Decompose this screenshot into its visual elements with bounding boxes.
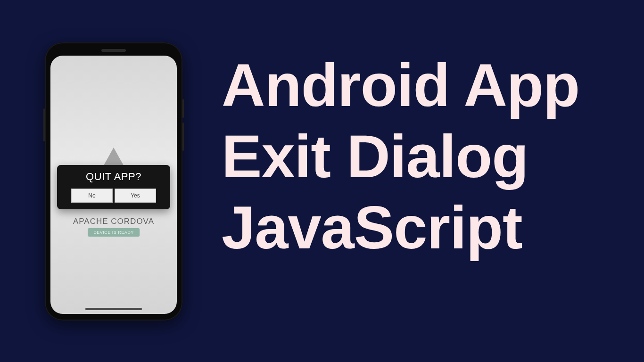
exit-dialog: QUIT APP? No Yes (57, 165, 170, 209)
yes-button[interactable]: Yes (115, 189, 156, 203)
no-button[interactable]: No (71, 189, 113, 203)
status-badge: DEVICE IS READY (88, 228, 140, 237)
phone-speaker (101, 49, 126, 52)
headline-line-1: Android App (222, 49, 579, 121)
framework-label: APACHE CORDOVA (50, 217, 177, 226)
phone-side-button (182, 99, 184, 118)
dialog-button-row: No Yes (64, 189, 164, 203)
headline-line-2: Exit Dialog (222, 121, 579, 192)
phone-screen: QUIT APP? No Yes APACHE CORDOVA DEVICE I… (50, 56, 177, 314)
phone-side-button (43, 108, 45, 141)
phone-frame: QUIT APP? No Yes APACHE CORDOVA DEVICE I… (45, 42, 182, 321)
headline-block: Android App Exit Dialog JavaScript (222, 49, 579, 263)
headline-line-3: JavaScript (222, 192, 579, 263)
phone-side-button (182, 123, 184, 151)
dialog-title: QUIT APP? (64, 171, 164, 183)
android-nav-pill (85, 308, 142, 310)
